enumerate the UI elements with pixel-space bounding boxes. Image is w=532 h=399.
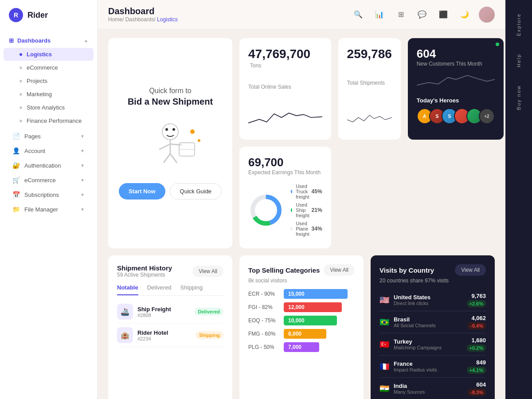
tab-shipping[interactable]: Shipping (180, 284, 203, 295)
sidebar-item-projects[interactable]: Projects (4, 74, 94, 87)
country-sub-fr: Impact Radius visits (394, 367, 462, 372)
legend-pct-plane: 34% (312, 226, 322, 232)
chart-icon[interactable]: 📊 (372, 8, 387, 22)
country-change-br: -0.4% (468, 322, 486, 329)
country-name-fr: France (394, 360, 462, 367)
logo[interactable]: R Rider (0, 0, 97, 30)
sidebar-item-ecommerce-top[interactable]: 🛒 eCommerce ▼ (4, 173, 94, 187)
apps-icon[interactable]: ⬛ (436, 8, 450, 22)
cat-label-fgi: FGI - 82% (248, 304, 279, 310)
dashboards-label: Dashboards (17, 37, 51, 44)
legend-pct-truck: 45% (312, 188, 322, 195)
shipments-label: Total Shipments (347, 80, 392, 86)
earnings-card: 69,700 Expected Earnings This Month Used… (239, 147, 331, 248)
visits-card: Visits by Country View All 20 countries … (371, 255, 495, 399)
country-value-tr: 1,680 (467, 337, 486, 344)
chevron-down-icon-3: ▼ (80, 163, 85, 168)
legend-label-plane: Used Plane freight (296, 221, 311, 237)
chat-icon[interactable]: 💬 (415, 8, 429, 22)
user-avatar[interactable] (479, 7, 495, 23)
country-value-us: 9,763 (467, 293, 486, 299)
header-left: Dashboard Home/ Dashboards/ Logistics (108, 6, 178, 23)
country-value-fr: 849 (467, 359, 486, 366)
legend-pct-ship: 21% (312, 207, 322, 213)
country-info-fr: France Impact Radius visits (394, 360, 462, 372)
search-button[interactable]: 🔍 (351, 8, 365, 22)
breadcrumb: Home/ Dashboards/ Logistics (108, 16, 178, 23)
bid-subtitle: Bid a New Shipment (128, 97, 213, 107)
country-value-in: 604 (468, 381, 486, 388)
app-name: Rider (27, 11, 48, 20)
ship-id-1: #2808 (137, 313, 190, 318)
country-right-fr: 849 +4.1% (467, 359, 486, 374)
sidebar-item-subscriptions[interactable]: 📅 Subscriptions ▼ (4, 188, 94, 202)
sidebar-item-store-analytics[interactable]: Store Analytics (4, 101, 94, 114)
cat-bar-plg-container: 7,000 (284, 342, 355, 352)
svg-point-0 (162, 124, 178, 140)
quick-guide-button[interactable]: Quick Guide (170, 183, 222, 200)
customers-card: 604 New Customers This Month Today's Her… (408, 38, 504, 140)
hero-avatar-more: +2 (479, 108, 495, 124)
sidebar-item-pages[interactable]: 📄 Pages ▼ (4, 129, 94, 143)
online-indicator (496, 43, 499, 46)
online-sales-label: Total Online Sales (248, 84, 322, 90)
legend-ship: Used Ship freight 21% (291, 202, 322, 218)
theme-toggle[interactable]: 🌙 (458, 8, 472, 22)
customers-chart (417, 70, 495, 88)
sidebar-item-ecommerce[interactable]: eCommerce (4, 61, 94, 74)
header: Dashboard Home/ Dashboards/ Logistics 🔍 … (98, 0, 505, 29)
explore-label[interactable]: Explore (516, 9, 521, 40)
sidebar-item-marketing[interactable]: Marketing (4, 88, 94, 101)
sidebar-item-account[interactable]: 👤 Account ▼ (4, 144, 94, 158)
tab-delivered[interactable]: Delivered (147, 284, 172, 295)
nav-dot-finance (20, 120, 22, 122)
country-change-tr: +0.2% (467, 344, 486, 352)
sidebar-item-finance[interactable]: Finance Performance (4, 114, 94, 127)
cat-bar-plg: 7,000 (284, 342, 319, 352)
shipment-item-1: 🚢 Ship Freight #2808 Delivered (117, 300, 223, 324)
earnings-donut (248, 192, 284, 228)
categories-header: Top Selling Categories View All (248, 264, 355, 276)
grid-icon[interactable]: ⊞ (394, 8, 408, 22)
sidebar-item-logistics[interactable]: Logistics (4, 48, 94, 61)
cat-bar-eoq-container: 10,000 (284, 316, 355, 325)
help-label[interactable]: Help (516, 49, 521, 72)
country-name-us: United States (394, 294, 462, 301)
country-us: 🇺🇸 United States Direct link clicks 9,76… (379, 289, 486, 311)
illustration-svg (135, 118, 206, 167)
svg-point-2 (172, 128, 175, 131)
earnings-label: Expected Earnings This Month (248, 169, 322, 176)
visits-view-all-button[interactable]: View All (455, 264, 486, 276)
svg-point-1 (165, 128, 168, 131)
flag-us: 🇺🇸 (379, 295, 389, 305)
cat-item-eoq: EOQ - 75% 10,000 (248, 316, 355, 325)
online-sales-unit: Tons (250, 63, 261, 69)
country-right-us: 9,763 +2.6% (467, 293, 486, 307)
shipment-view-all-button[interactable]: View All (192, 266, 223, 277)
sidebar-item-authentication[interactable]: 🔐 Authentication ▼ (4, 158, 94, 172)
sidebar-item-filemanager[interactable]: 📁 File Manager ▼ (4, 202, 94, 216)
nav-dashboards-header[interactable]: ⊞ Dashboards ▲ (0, 34, 97, 47)
cat-bar-fgi-container: 12,000 (284, 302, 355, 312)
categories-view-all-button[interactable]: View All (324, 264, 355, 276)
subscriptions-icon: 📅 (12, 191, 20, 198)
ship-icon-freight: 🚢 (117, 304, 133, 320)
country-change-fr: +4.1% (467, 367, 486, 374)
cat-item-fgi: FGI - 82% 12,000 (248, 302, 355, 312)
visits-header: Visits by Country View All (379, 264, 486, 276)
stats-grid: 47,769,700 Tons Total Online Sales 259,7… (239, 38, 495, 248)
start-now-button[interactable]: Start Now (119, 183, 165, 200)
country-right-br: 4,062 -0.4% (468, 315, 486, 329)
legend-label-ship: Used Ship freight (296, 202, 311, 218)
cat-bar-ecr: 15,000 (284, 289, 348, 299)
tab-notable[interactable]: Notable (117, 284, 138, 295)
online-sales-value: 47,769,700 (248, 47, 310, 61)
visits-title: Visits by Country (379, 266, 434, 274)
chevron-up-icon: ▲ (84, 38, 88, 43)
online-sales-card: 47,769,700 Tons Total Online Sales (239, 38, 331, 140)
ecommerce-icon: 🛒 (12, 176, 20, 184)
online-sales-chart (248, 104, 322, 131)
dashboard-grid: Quick form to Bid a New Shipment (98, 29, 505, 399)
shipment-title: Shipment History (117, 264, 172, 272)
buy-now-label[interactable]: Buy now (516, 81, 521, 114)
